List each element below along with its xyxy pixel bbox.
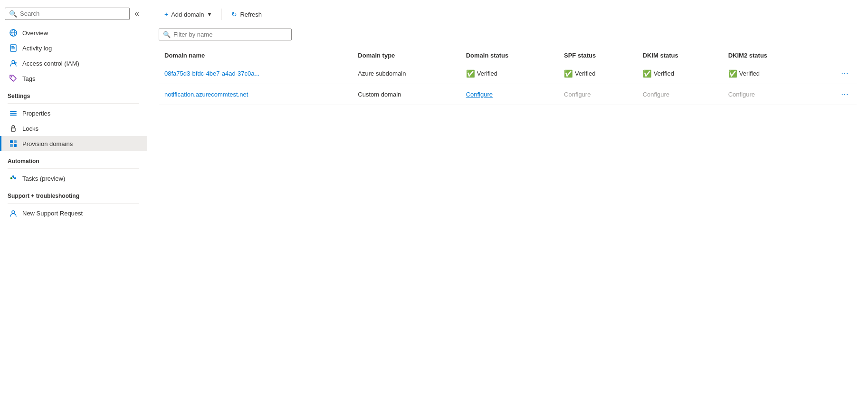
configure-link[interactable]: Configure [466,91,493,98]
sidebar-item-label: Overview [22,29,48,37]
cell-domain-status: ✅Verified [460,63,558,84]
filter-input[interactable] [173,31,287,38]
search-icon: 🔍 [9,10,17,18]
sidebar-search-row: 🔍 « [5,7,142,20]
svg-point-9 [11,76,12,77]
col-spf-status: SPF status [558,48,637,63]
svg-rect-17 [14,144,17,147]
sidebar-item-label: Tags [22,75,35,82]
cell-more[interactable]: ⋯ [814,63,857,84]
support-icon [9,209,18,217]
sidebar-search-box[interactable]: 🔍 [5,8,130,20]
verified-icon: ✅ [466,69,475,78]
status-verified: ✅Verified [564,69,631,78]
section-header-settings: Settings [0,86,147,101]
filter-bar[interactable]: 🔍 [159,29,292,40]
col-dkim-status: DKIM status [637,48,723,63]
tag-icon [9,74,18,83]
chevron-down-icon: ▼ [207,11,212,17]
sidebar-item-activity-log[interactable]: Activity log [0,40,147,56]
plus-icon: + [164,10,168,18]
row-more-button[interactable]: ⋯ [839,68,851,79]
sidebar-item-label: Access control (IAM) [22,60,79,67]
sidebar-item-access-control[interactable]: Access control (IAM) [0,56,147,71]
sidebar-item-properties[interactable]: Properties [0,106,147,121]
cell-domain-status[interactable]: Configure [460,84,558,105]
refresh-icon: ↻ [231,10,237,18]
cell-domain-type: Custom domain [352,84,460,105]
col-domain-type: Domain type [352,48,460,63]
refresh-label: Refresh [240,11,262,18]
cell-more[interactable]: ⋯ [814,84,857,105]
add-domain-button[interactable]: + Add domain ▼ [159,8,218,21]
verified-icon: ✅ [564,69,573,78]
sidebar-item-label: Provision domains [22,140,73,147]
cell-domain-name[interactable]: 08fa75d3-bfdc-4be7-a4ad-37c0a... [159,63,352,84]
sidebar-item-tags[interactable]: Tags [0,71,147,86]
section-divider-support [8,203,139,204]
table-body: 08fa75d3-bfdc-4be7-a4ad-37c0a...Azure su… [159,63,857,105]
row-more-button[interactable]: ⋯ [839,89,851,100]
properties-icon [9,109,18,117]
cell-spf-status: ✅Verified [558,63,637,84]
main-content: + Add domain ▼ ↻ Refresh 🔍 Domain name D… [147,0,868,409]
globe-icon [9,29,18,37]
sidebar-item-label: Locks [22,125,38,132]
search-input[interactable] [20,10,125,17]
domain-name-link[interactable]: notification.azurecommtest.net [164,91,248,98]
sidebar-item-label: Activity log [22,45,52,52]
cell-dkim2-status: Configure [723,84,814,105]
svg-rect-11 [10,113,17,114]
verified-icon: ✅ [728,69,737,78]
collapse-sidebar-button[interactable]: « [132,7,142,20]
svg-rect-19 [12,175,14,177]
col-dkim2-status: DKIM2 status [723,48,814,63]
section-header-support: Support + troubleshooting [0,186,147,201]
configure-gray: Configure [564,91,591,98]
cell-dkim2-status: ✅Verified [723,63,814,84]
toolbar-separator [221,9,222,20]
cell-dkim-status: ✅Verified [637,63,723,84]
status-verified: ✅Verified [728,69,809,78]
configure-gray: Configure [643,91,669,98]
col-domain-status: Domain status [460,48,558,63]
svg-point-7 [12,60,15,63]
svg-rect-14 [10,140,13,143]
filter-search-icon: 🔍 [163,31,171,38]
sidebar-item-new-support[interactable]: New Support Request [0,205,147,221]
cell-dkim-status: Configure [637,84,723,105]
provision-icon [9,139,18,148]
iam-icon [9,59,18,68]
svg-rect-6 [11,49,15,49]
configure-gray: Configure [728,91,755,98]
svg-rect-13 [11,128,15,131]
tasks-icon [9,174,18,183]
section-header-automation: Automation [0,151,147,166]
status-verified: ✅Verified [643,69,717,78]
refresh-button[interactable]: ↻ Refresh [226,8,267,21]
sidebar-item-label: Properties [22,110,50,117]
table-row: notification.azurecommtest.netCustom dom… [159,84,857,105]
lock-icon [9,124,18,133]
table-row: 08fa75d3-bfdc-4be7-a4ad-37c0a...Azure su… [159,63,857,84]
svg-rect-3 [10,45,16,51]
domain-name-link[interactable]: 08fa75d3-bfdc-4be7-a4ad-37c0a... [164,70,259,77]
sidebar-item-tasks[interactable]: Tasks (preview) [0,171,147,186]
sidebar-item-provision-domains[interactable]: Provision domains [0,136,147,151]
sidebar-item-overview[interactable]: Overview [0,25,147,40]
verified-icon: ✅ [643,69,652,78]
table-header: Domain name Domain type Domain status SP… [159,48,857,63]
toolbar: + Add domain ▼ ↻ Refresh [159,8,857,21]
svg-rect-15 [14,140,17,143]
sidebar-item-label: Tasks (preview) [22,175,65,182]
svg-rect-5 [11,48,15,48]
add-domain-label: Add domain [171,11,204,18]
domains-table: Domain name Domain type Domain status SP… [159,48,857,105]
sidebar-item-locks[interactable]: Locks [0,121,147,136]
cell-spf-status: Configure [558,84,637,105]
svg-point-8 [15,62,17,64]
sidebar: 🔍 « Overview Activity log [0,0,147,409]
cell-domain-name[interactable]: notification.azurecommtest.net [159,84,352,105]
sidebar-item-label: New Support Request [22,210,83,217]
log-icon [9,44,18,52]
